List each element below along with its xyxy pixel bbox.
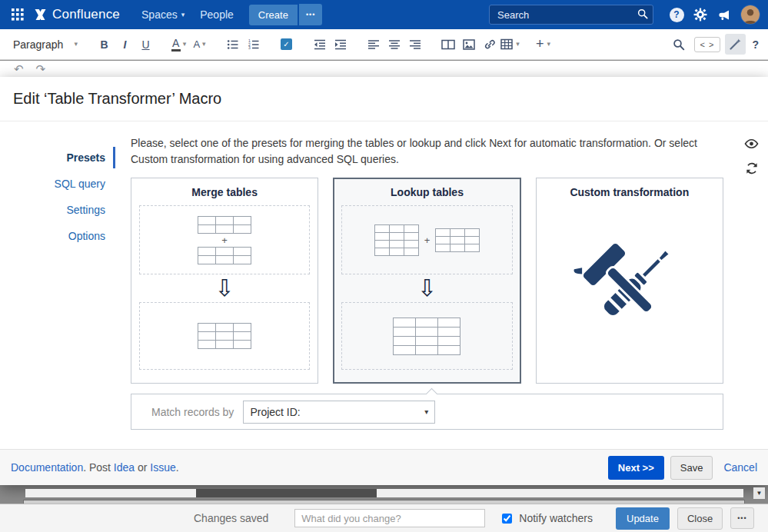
undo-icon[interactable]: ↶: [14, 62, 24, 75]
preset-card-custom[interactable]: Custom transformation: [536, 178, 723, 384]
preset-description: Please, select one of the presets for me…: [131, 135, 706, 168]
footer-text: or: [135, 461, 150, 474]
plus-icon: +: [536, 36, 544, 52]
footer-text: . Post: [83, 461, 114, 474]
page-layout-button[interactable]: [438, 34, 457, 55]
feedback-button[interactable]: [714, 5, 734, 25]
notify-watchers-checkbox[interactable]: [502, 514, 512, 524]
insert-files-button[interactable]: [459, 34, 478, 55]
close-button[interactable]: Close: [677, 507, 723, 530]
align-center-button[interactable]: [384, 34, 404, 55]
paragraph-style-dropdown[interactable]: Paragraph ▾: [10, 34, 81, 55]
help-button[interactable]: ?: [667, 5, 687, 25]
notify-watchers-label: Notify watchers: [519, 512, 593, 524]
nav-people[interactable]: People: [192, 8, 241, 21]
insert-more-content-button[interactable]: + ▾: [534, 34, 553, 55]
indent-icon: [334, 38, 347, 51]
match-records-select[interactable]: Project ID: ▾: [243, 401, 435, 424]
insert-table-button[interactable]: ▾: [500, 34, 520, 55]
next-button[interactable]: Next >>: [608, 456, 664, 480]
source-view-button[interactable]: < >: [694, 37, 721, 52]
create-button[interactable]: Create: [249, 5, 298, 25]
macro-wand-button[interactable]: [725, 34, 746, 55]
more-options-button[interactable]: •••: [730, 507, 753, 529]
user-avatar[interactable]: [740, 5, 760, 25]
dialog-content: Please, select one of the presets for me…: [115, 121, 768, 449]
notify-watchers-toggle[interactable]: Notify watchers: [499, 511, 593, 526]
editor-toolbar: Paragraph ▾ B I U A ▾ A ▾ 123 ✓: [0, 29, 768, 60]
search-icon: [673, 38, 685, 51]
dialog-tabs: Presets SQL query Settings Options: [0, 121, 115, 449]
page-layout-icon: [441, 38, 455, 51]
cancel-button[interactable]: Cancel: [723, 461, 757, 474]
issue-link[interactable]: Issue: [150, 461, 175, 474]
preset-card-lookup[interactable]: Lookup tables + ⇩: [333, 178, 520, 384]
settings-button[interactable]: [690, 5, 710, 25]
mini-table: [198, 323, 251, 349]
horizontal-scrollbar-track[interactable]: [25, 489, 743, 497]
brand-name: Confluence: [52, 7, 120, 22]
tab-sql-query[interactable]: SQL query: [0, 171, 115, 197]
top-navbar: Confluence Spaces ▾ People Create ••• ?: [0, 0, 768, 29]
more-formatting-button[interactable]: A ▾: [190, 34, 209, 55]
nav-spaces[interactable]: Spaces ▾: [134, 8, 192, 21]
grid-icon: [12, 8, 24, 21]
custom-tools-wrap: [571, 205, 688, 374]
toolbar-right-group: < > ?: [669, 34, 759, 55]
idea-link[interactable]: Idea: [114, 461, 135, 474]
transform-arrow-icon: ⇩: [215, 277, 234, 300]
text-color-button[interactable]: A ▾: [169, 34, 188, 55]
create-more-button[interactable]: •••: [299, 4, 322, 25]
align-left-button[interactable]: [364, 34, 383, 55]
magic-wand-icon: [729, 38, 742, 51]
change-comment-input[interactable]: [294, 509, 485, 527]
find-replace-button[interactable]: [670, 34, 689, 55]
match-records-panel: Match records by Project ID: ▾: [131, 394, 723, 430]
bullet-list-button[interactable]: [223, 34, 242, 55]
search-icon: [637, 8, 648, 22]
preset-card-title: Merge tables: [191, 186, 258, 198]
tab-options[interactable]: Options: [0, 223, 115, 249]
text-color-icon: A: [171, 38, 181, 52]
align-right-button[interactable]: [405, 34, 424, 55]
tab-settings[interactable]: Settings: [0, 197, 115, 223]
scroll-down-button[interactable]: ▼: [753, 487, 765, 499]
save-button[interactable]: Save: [670, 456, 713, 480]
bullet-list-icon: [227, 38, 239, 51]
search-input[interactable]: [489, 5, 653, 25]
svg-text:3: 3: [248, 45, 251, 50]
bold-button[interactable]: B: [95, 34, 114, 55]
chevron-down-icon: ▾: [516, 41, 520, 48]
refresh-icon: [745, 161, 759, 175]
chevron-down-icon: ▾: [74, 41, 78, 48]
indent-button[interactable]: [331, 34, 350, 55]
refresh-button[interactable]: [745, 161, 759, 178]
dialog-footer-buttons: Next >> Save Cancel: [608, 456, 757, 480]
horizontal-scrollbar-thumb[interactable]: [196, 489, 377, 497]
numbered-list-button[interactable]: 123: [244, 34, 263, 55]
image-icon: [463, 38, 475, 51]
tab-presets[interactable]: Presets: [0, 145, 115, 171]
italic-button[interactable]: I: [115, 34, 135, 55]
align-left-icon: [367, 38, 380, 51]
preview-button[interactable]: [744, 137, 759, 154]
mini-table: [435, 228, 480, 252]
app-switcher-icon[interactable]: [8, 5, 28, 25]
editor-help-button[interactable]: ?: [752, 38, 759, 51]
redo-icon[interactable]: ↷: [36, 62, 46, 75]
outdent-button[interactable]: [310, 34, 329, 55]
footer-text: .: [176, 461, 179, 474]
screen: Confluence Spaces ▾ People Create ••• ?: [0, 0, 768, 532]
update-button[interactable]: Update: [616, 507, 670, 530]
underline-button[interactable]: U: [136, 34, 155, 55]
paragraph-label: Paragraph: [13, 38, 63, 51]
help-icon: ?: [670, 8, 684, 22]
documentation-link[interactable]: Documentation: [11, 461, 83, 474]
format-icon: A: [193, 38, 200, 50]
task-list-button[interactable]: ✓: [277, 34, 296, 55]
preset-card-merge[interactable]: Merge tables + ⇩: [131, 178, 318, 384]
confluence-logo[interactable]: Confluence: [34, 7, 120, 22]
chevron-down-icon: ▾: [424, 407, 428, 416]
insert-link-button[interactable]: [480, 34, 499, 55]
chevron-down-icon: ▾: [202, 41, 206, 48]
